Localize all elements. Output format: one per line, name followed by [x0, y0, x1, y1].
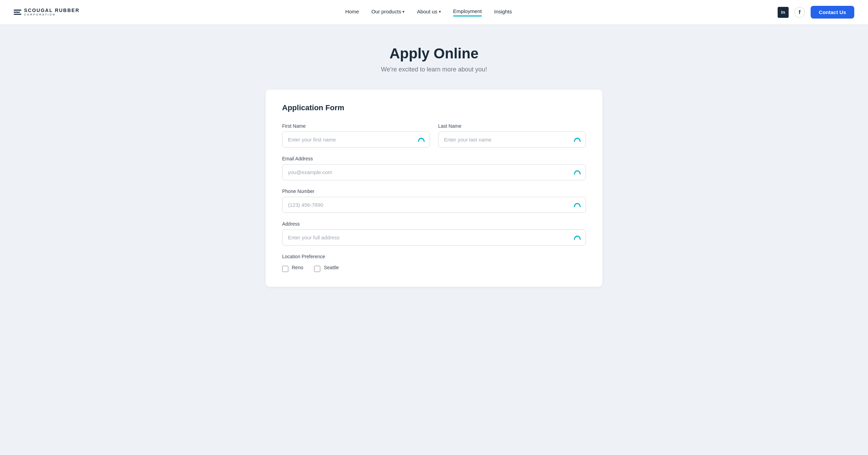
chevron-down-icon: ▾	[439, 9, 441, 14]
nav-link-insights[interactable]: Insights	[494, 9, 512, 16]
address-input-wrapper	[282, 229, 586, 246]
last-name-icon	[574, 136, 581, 144]
first-name-input[interactable]	[282, 132, 430, 148]
navbar: SCOUGAL RUBBER CORPORATION Home Our prod…	[0, 0, 868, 25]
form-section-title: Application Form	[282, 103, 586, 112]
reno-checkbox-item: Reno	[282, 265, 303, 273]
facebook-icon[interactable]: f	[794, 7, 805, 18]
navbar-right: in f Contact Us	[778, 6, 854, 19]
name-row: First Name Last Name	[282, 123, 586, 148]
nav-item-employment[interactable]: Employment	[453, 8, 482, 16]
nav-item-insights[interactable]: Insights	[494, 9, 512, 16]
reno-label: Reno	[292, 265, 303, 270]
email-group: Email Address	[282, 156, 586, 180]
location-preference-group: Location Preference Reno Seattle	[282, 254, 586, 273]
first-name-label: First Name	[282, 123, 430, 129]
logo-icon	[14, 10, 21, 15]
phone-group: Phone Number	[282, 189, 586, 213]
email-input[interactable]	[282, 164, 586, 180]
contact-us-button[interactable]: Contact Us	[811, 6, 854, 19]
seattle-label: Seattle	[324, 265, 339, 270]
page-title: Apply Online	[200, 45, 668, 62]
logo-brand: SCOUGAL RUBBER	[24, 8, 80, 13]
teal-arch-icon	[574, 138, 581, 142]
main-nav: Home Our products ▾ About us ▾ Employmen…	[345, 8, 512, 16]
location-checkbox-row: Reno Seattle	[282, 265, 586, 273]
nav-link-about-us[interactable]: About us ▾	[417, 9, 441, 16]
phone-row: Phone Number	[282, 189, 586, 213]
phone-input-wrapper	[282, 197, 586, 213]
chevron-down-icon: ▾	[402, 9, 404, 14]
address-row: Address	[282, 221, 586, 246]
last-name-input-wrapper	[438, 132, 586, 148]
nav-link-home[interactable]: Home	[345, 9, 359, 16]
last-name-group: Last Name	[438, 123, 586, 148]
phone-input[interactable]	[282, 197, 586, 213]
last-name-input[interactable]	[438, 132, 586, 148]
email-icon	[574, 169, 581, 176]
address-label: Address	[282, 221, 586, 227]
email-input-wrapper	[282, 164, 586, 180]
first-name-input-wrapper	[282, 132, 430, 148]
linkedin-icon[interactable]: in	[778, 7, 789, 18]
nav-item-home[interactable]: Home	[345, 9, 359, 16]
reno-checkbox[interactable]	[282, 266, 288, 272]
logo-sub: CORPORATION	[24, 13, 80, 16]
location-preference-label: Location Preference	[282, 254, 586, 259]
application-form-card: Application Form First Name Last Name	[266, 90, 602, 287]
first-name-group: First Name	[282, 123, 430, 148]
teal-arch-icon	[574, 203, 581, 207]
phone-label: Phone Number	[282, 189, 586, 194]
email-row: Email Address	[282, 156, 586, 180]
email-label: Email Address	[282, 156, 586, 161]
address-group: Address	[282, 221, 586, 246]
seattle-checkbox-item: Seattle	[314, 265, 339, 273]
nav-item-our-products[interactable]: Our products ▾	[371, 9, 405, 16]
teal-arch-icon	[574, 170, 581, 174]
seattle-checkbox[interactable]	[314, 266, 320, 272]
logo[interactable]: SCOUGAL RUBBER CORPORATION	[14, 8, 80, 16]
page-subtitle: We're excited to learn more about you!	[200, 66, 668, 73]
teal-arch-icon	[574, 236, 581, 240]
last-name-label: Last Name	[438, 123, 586, 129]
nav-item-about-us[interactable]: About us ▾	[417, 9, 441, 16]
first-name-icon	[418, 136, 425, 144]
nav-link-employment[interactable]: Employment	[453, 8, 482, 16]
page-header: Apply Online We're excited to learn more…	[200, 45, 668, 73]
teal-arch-icon	[418, 138, 425, 142]
address-icon	[574, 234, 581, 241]
address-input[interactable]	[282, 229, 586, 246]
nav-link-our-products[interactable]: Our products ▾	[371, 9, 405, 16]
page-content: Apply Online We're excited to learn more…	[193, 25, 675, 300]
phone-icon	[574, 201, 581, 209]
logo-text: SCOUGAL RUBBER CORPORATION	[24, 8, 80, 16]
